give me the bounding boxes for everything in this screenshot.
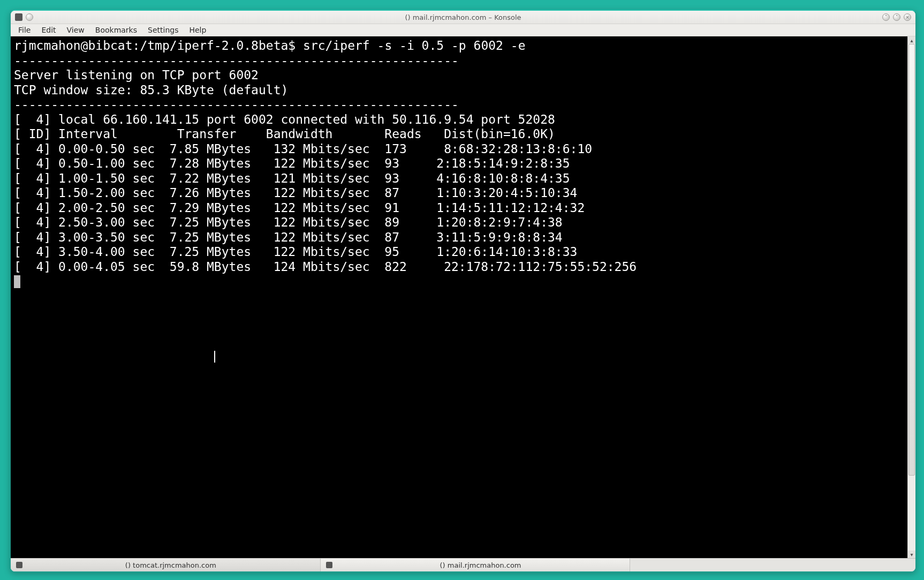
terminal-cursor: [14, 275, 20, 288]
scroll-up-icon[interactable]: ▴: [908, 36, 915, 44]
app-menu-icon[interactable]: [15, 13, 22, 21]
menu-help[interactable]: Help: [185, 25, 210, 35]
menu-settings[interactable]: Settings: [143, 25, 183, 35]
output-row: [ 4] 3.50-4.00 sec 7.25 MBytes 122 Mbits…: [14, 245, 577, 259]
menu-file[interactable]: File: [14, 25, 35, 35]
menu-edit[interactable]: Edit: [37, 25, 60, 35]
output-row: [ 4] 2.50-3.00 sec 7.25 MBytes 122 Mbits…: [14, 215, 563, 229]
output-column-header: [ ID] Interval Transfer Bandwidth Reads …: [14, 127, 555, 141]
output-row: [ 4] 0.00-0.50 sec 7.85 MBytes 132 Mbits…: [14, 142, 592, 156]
tab-bar: () tomcat.rjmcmahon.com () mail.rjmcmaho…: [11, 558, 915, 571]
output-row: [ 4] 3.00-3.50 sec 7.25 MBytes 122 Mbits…: [14, 230, 563, 244]
menu-bookmarks[interactable]: Bookmarks: [91, 25, 141, 35]
output-divider: ----------------------------------------…: [14, 54, 459, 67]
output-window-line: TCP window size: 85.3 KByte (default): [14, 83, 288, 97]
shade-button[interactable]: [26, 13, 33, 21]
close-button[interactable]: ×: [904, 13, 911, 21]
output-row: [ 4] 2.00-2.50 sec 7.29 MBytes 122 Mbits…: [14, 201, 585, 215]
menu-view[interactable]: View: [63, 25, 89, 35]
vertical-scrollbar[interactable]: ▴ ▾: [907, 36, 915, 558]
menu-bar: File Edit View Bookmarks Settings Help: [11, 24, 915, 36]
maximize-button[interactable]: ˄: [893, 13, 900, 21]
output-row: [ 4] 0.50-1.00 sec 7.28 MBytes 122 Mbits…: [14, 156, 570, 170]
window-title: () mail.rjmcmahon.com – Konsole: [405, 13, 521, 21]
tab-label: () tomcat.rjmcmahon.com: [27, 561, 315, 569]
terminal-tab-icon: [16, 562, 22, 568]
scroll-thumb[interactable]: [908, 44, 915, 476]
tab-tomcat[interactable]: () tomcat.rjmcmahon.com: [11, 559, 321, 571]
scroll-track[interactable]: [908, 44, 915, 551]
konsole-window: () mail.rjmcmahon.com – Konsole ˅ ˄ × Fi…: [10, 10, 917, 573]
output-divider: ----------------------------------------…: [14, 97, 459, 111]
output-row: [ 4] 1.50-2.00 sec 7.26 MBytes 122 Mbits…: [14, 186, 577, 200]
terminal-output[interactable]: rjmcmahon@bibcat:/tmp/iperf-2.0.8beta$ s…: [11, 36, 908, 558]
output-row: [ 4] 1.00-1.50 sec 7.22 MBytes 121 Mbits…: [14, 171, 570, 185]
window-titlebar[interactable]: () mail.rjmcmahon.com – Konsole ˅ ˄ ×: [11, 11, 915, 24]
terminal-tab-icon: [326, 562, 332, 568]
tab-mail[interactable]: () mail.rjmcmahon.com: [321, 559, 631, 571]
desktop-background: () mail.rjmcmahon.com – Konsole ˅ ˄ × Fi…: [0, 0, 924, 580]
shell-command: src/iperf -s -i 0.5 -p 6002 -e: [303, 39, 525, 52]
scroll-down-icon[interactable]: ▾: [908, 551, 915, 558]
shell-prompt: rjmcmahon@bibcat:/tmp/iperf-2.0.8beta$: [14, 39, 296, 52]
output-listen-line: Server listening on TCP port 6002: [14, 68, 259, 82]
output-connection-line: [ 4] local 66.160.141.15 port 6002 conne…: [14, 112, 555, 126]
terminal-area[interactable]: rjmcmahon@bibcat:/tmp/iperf-2.0.8beta$ s…: [11, 36, 915, 558]
minimize-button[interactable]: ˅: [882, 13, 890, 21]
tab-label: () mail.rjmcmahon.com: [337, 561, 625, 569]
output-row: [ 4] 0.00-4.05 sec 59.8 MBytes 124 Mbits…: [14, 260, 637, 274]
text-caret-icon: [214, 351, 215, 363]
